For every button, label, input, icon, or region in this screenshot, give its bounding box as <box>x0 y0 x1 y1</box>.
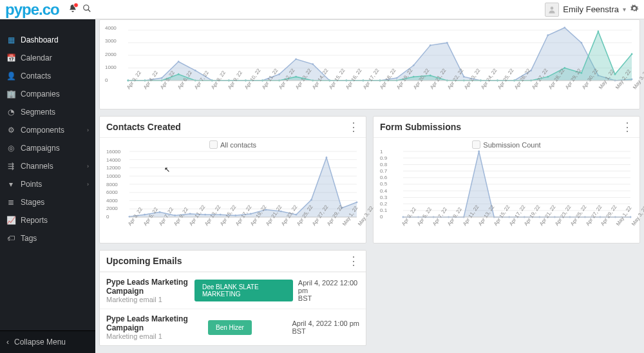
svg-point-19 <box>312 63 314 65</box>
sidebar-item-companies[interactable]: 🏢Companies <box>0 85 95 103</box>
sidebar-item-label: Contacts <box>21 72 89 81</box>
email-campaign-title: Pype Leads Marketing Campaign <box>106 314 203 332</box>
sidebar-item-components[interactable]: ⚙Components› <box>0 121 95 139</box>
sidebar-icon: ⇶ <box>6 162 15 171</box>
svg-point-17 <box>278 73 280 75</box>
svg-point-113 <box>478 151 480 153</box>
svg-point-24 <box>396 77 398 79</box>
sidebar-icon: 🏷 <box>6 234 15 243</box>
sidebar-item-calendar[interactable]: 📅Calendar <box>0 49 95 67</box>
panel-menu-icon[interactable]: ⋮ <box>348 124 359 129</box>
sidebar-item-points[interactable]: ▾Points› <box>0 175 95 193</box>
svg-point-2 <box>551 6 554 10</box>
sidebar-icon: ⚙ <box>6 126 15 135</box>
svg-point-68 <box>614 73 616 75</box>
svg-point-57 <box>430 75 431 77</box>
panel-title: Form Submissions <box>380 122 621 132</box>
sidebar-icon: ◎ <box>6 144 15 153</box>
svg-point-33 <box>547 34 549 36</box>
contacts-created-panel: Contacts Created ⋮ All contacts 16000140… <box>99 116 366 243</box>
email-row[interactable]: Pype Leads Marketing Campaign Marketing … <box>100 309 366 345</box>
sidebar-icon: ▦ <box>6 35 15 44</box>
svg-point-49 <box>295 76 297 78</box>
sidebar-item-contacts[interactable]: 👤Contacts <box>0 67 95 85</box>
svg-point-34 <box>564 27 565 29</box>
svg-point-81 <box>144 214 146 216</box>
svg-point-11 <box>178 61 180 62</box>
chevron-left-icon: ‹ <box>6 338 9 347</box>
sidebar-icon: 🏢 <box>6 90 15 99</box>
sidebar-item-stages[interactable]: ≣Stages <box>0 193 95 211</box>
sidebar: ▦Dashboard📅Calendar👤Contacts🏢Companies◔S… <box>0 19 95 353</box>
svg-point-65 <box>564 67 565 69</box>
notifications-icon[interactable] <box>68 4 77 15</box>
email-campaign-title: Pype Leads Marketing Campaign <box>106 278 189 296</box>
chevron-right-icon: › <box>87 163 89 169</box>
svg-point-83 <box>174 215 176 216</box>
svg-point-25 <box>413 64 415 66</box>
chevron-right-icon: › <box>87 127 89 133</box>
chart-legend[interactable]: Submission Count <box>374 140 639 149</box>
sidebar-item-label: Dashboard <box>21 35 89 44</box>
sidebar-icon: ▾ <box>6 180 15 189</box>
sidebar-item-reports[interactable]: 📈Reports <box>0 211 95 229</box>
sidebar-item-label: Reports <box>21 216 89 225</box>
panel-menu-icon[interactable]: ⋮ <box>348 258 359 263</box>
sidebar-item-tags[interactable]: 🏷Tags <box>0 229 95 247</box>
sidebar-item-label: Channels <box>21 162 82 171</box>
svg-point-87 <box>234 215 236 216</box>
svg-point-35 <box>580 42 582 44</box>
form-submissions-panel: Form Submissions ⋮ Submission Count 10.9… <box>373 116 640 243</box>
svg-point-10 <box>161 77 163 79</box>
sidebar-item-label: Segments <box>21 108 89 117</box>
svg-point-27 <box>446 42 448 44</box>
sidebar-item-label: Stages <box>21 198 89 207</box>
recipient-badge[interactable]: Ben Hizer <box>208 320 252 335</box>
svg-point-91 <box>295 214 297 216</box>
email-time: April 4, 2022 12:00 pmBST <box>298 279 359 302</box>
sidebar-item-dashboard[interactable]: ▦Dashboard <box>0 31 95 49</box>
svg-point-95 <box>356 202 358 204</box>
svg-line-1 <box>88 9 90 12</box>
notification-badge-icon <box>73 3 79 8</box>
email-subject: Marketing email 1 <box>106 332 203 340</box>
search-icon[interactable] <box>82 4 91 15</box>
panel-title: Contacts Created <box>106 122 348 132</box>
gear-icon[interactable] <box>630 4 639 15</box>
svg-point-92 <box>310 199 312 201</box>
svg-point-28 <box>463 76 465 78</box>
panel-title: Upcoming Emails <box>106 256 348 266</box>
collapse-menu-button[interactable]: ‹ Collapse Menu <box>0 330 95 353</box>
sidebar-item-campaigns[interactable]: ◎Campaigns <box>0 139 95 157</box>
user-name[interactable]: Emily Feenstra <box>563 5 619 14</box>
user-menu-chevron-icon[interactable]: ▾ <box>623 6 626 13</box>
sidebar-icon: 📈 <box>6 216 15 225</box>
sidebar-icon: ◔ <box>6 108 15 117</box>
svg-point-67 <box>598 30 600 32</box>
brand-logo[interactable]: pype.co <box>0 1 64 19</box>
svg-point-86 <box>220 214 222 216</box>
sidebar-icon: ≣ <box>6 198 15 207</box>
sidebar-item-label: Calendar <box>21 53 89 62</box>
sidebar-item-label: Tags <box>21 234 89 243</box>
svg-point-88 <box>250 213 252 215</box>
recipient-badge[interactable]: Dee BLANK SLATE MARKETING <box>194 280 293 301</box>
sidebar-item-channels[interactable]: ⇶Channels› <box>0 157 95 175</box>
sidebar-item-label: Points <box>21 180 82 189</box>
chart-legend[interactable]: All contacts <box>100 140 366 149</box>
svg-point-56 <box>413 76 415 78</box>
sidebar-item-segments[interactable]: ◔Segments <box>0 103 95 121</box>
upcoming-emails-panel: Upcoming Emails ⋮ Pype Leads Marketing C… <box>99 250 366 346</box>
panel-menu-icon[interactable]: ⋮ <box>621 124 633 129</box>
chevron-right-icon: › <box>87 181 89 187</box>
svg-point-42 <box>178 73 180 75</box>
collapse-menu-label: Collapse Menu <box>14 338 66 347</box>
sidebar-icon: 👤 <box>6 72 15 81</box>
email-subject: Marketing email 1 <box>106 296 189 303</box>
sidebar-icon: 📅 <box>6 53 15 62</box>
svg-point-0 <box>83 5 88 10</box>
email-time: April 4, 2022 1:00 pmBST <box>292 320 359 335</box>
sidebar-item-label: Components <box>21 126 82 135</box>
avatar[interactable] <box>545 3 559 17</box>
email-row[interactable]: Pype Leads Marketing Campaign Marketing … <box>100 272 366 309</box>
